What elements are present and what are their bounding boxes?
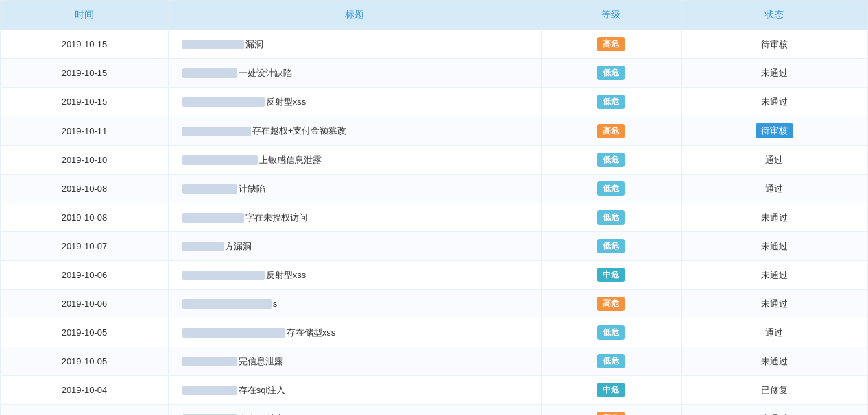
cell-title[interactable]: 完信息泄露 (168, 347, 541, 376)
cell-time: 2019-10-07 (1, 232, 169, 261)
cell-status: 未通过 (681, 347, 867, 376)
cell-time: 2019-10-05 (1, 347, 169, 376)
cell-status: 通过 (681, 146, 867, 175)
cell-title[interactable]: 一处设计缺陷 (168, 59, 541, 88)
title-suffix: 一处设计缺陷 (239, 68, 292, 78)
level-badge: 高危 (597, 37, 625, 51)
title-suffix: 计缺陷 (239, 184, 265, 194)
table-row: 2019-10-08计缺陷低危通过 (1, 175, 868, 203)
cell-title[interactable]: 存在储型xss (168, 318, 541, 347)
header-status: 状态 (681, 1, 867, 30)
level-badge: 低危 (597, 181, 625, 196)
cell-time: 2019-10-06 (1, 261, 169, 290)
cell-title[interactable]: 漏洞 (168, 30, 541, 59)
status-text: 未通过 (761, 241, 788, 251)
cell-level: 低危 (541, 232, 681, 261)
cell-title[interactable]: s (168, 290, 541, 318)
level-badge: 低危 (597, 354, 625, 368)
title-suffix: 漏洞 (245, 39, 263, 49)
cell-title[interactable]: 方漏洞 (168, 232, 541, 261)
level-badge: 高危 (597, 124, 625, 138)
cell-status: 通过 (681, 318, 867, 347)
cell-level: 低危 (541, 318, 681, 347)
cell-level: 中危 (541, 261, 681, 290)
main-table-container: 时间 标题 等级 状态 2019-10-15漏洞高危待审核2019-10-15一… (0, 0, 868, 415)
level-badge: 中危 (597, 383, 625, 397)
cell-title[interactable]: 存在sql注入 (168, 405, 541, 416)
redacted-text (182, 127, 251, 136)
title-suffix: 存在越权+支付金额篡改 (252, 125, 347, 136)
table-row: 2019-10-15漏洞高危待审核 (1, 30, 868, 59)
table-row: 2019-10-06s高危未通过 (1, 290, 868, 318)
status-text: 未通过 (761, 212, 788, 223)
cell-level: 高危 (541, 290, 681, 318)
cell-status: 未通过 (681, 290, 867, 318)
redacted-text (182, 155, 258, 165)
level-badge: 低危 (597, 325, 625, 340)
level-badge: 低危 (597, 239, 625, 253)
table-row: 2019-10-05完信息泄露低危未通过 (1, 347, 868, 376)
cell-time: 2019-10-04 (1, 405, 169, 416)
table-row: 2019-10-05存在储型xss低危通过 (1, 318, 868, 347)
cell-title[interactable]: 存在越权+支付金额篡改 (168, 116, 541, 146)
cell-title[interactable]: 反射型xss (168, 88, 541, 116)
cell-time: 2019-10-08 (1, 203, 169, 232)
cell-title[interactable]: 存在sql注入 (168, 376, 541, 405)
table-row: 2019-10-15反射型xss低危未通过 (1, 88, 868, 116)
redacted-text (182, 299, 272, 309)
status-text: 未通过 (761, 68, 788, 78)
table-header-row: 时间 标题 等级 状态 (1, 1, 868, 30)
cell-level: 高危 (541, 30, 681, 59)
cell-level: 低危 (541, 59, 681, 88)
redacted-text (182, 386, 237, 395)
cell-level: 低危 (541, 146, 681, 175)
cell-time: 2019-10-15 (1, 30, 169, 59)
table-row: 2019-10-04存在sql注入中危已修复 (1, 376, 868, 405)
redacted-text (182, 213, 244, 223)
status-badge: 待审核 (756, 123, 793, 138)
cell-status: 未通过 (681, 59, 867, 88)
title-suffix: 存在sql注入 (239, 385, 286, 395)
table-row: 2019-10-08字在未授权访问低危未通过 (1, 203, 868, 232)
cell-status: 未通过 (681, 203, 867, 232)
status-text: 通过 (765, 327, 783, 338)
redacted-text (182, 68, 237, 78)
title-suffix: 字在未授权访问 (245, 212, 308, 223)
level-badge: 低危 (597, 95, 625, 109)
cell-level: 高危 (541, 116, 681, 146)
level-badge: 低危 (597, 210, 625, 225)
level-badge: 低危 (597, 66, 625, 80)
cell-level: 高危 (541, 405, 681, 416)
redacted-text (182, 357, 237, 366)
title-suffix: 方漏洞 (225, 241, 252, 251)
status-text: 未通过 (761, 356, 788, 366)
status-text: 未通过 (761, 270, 788, 280)
cell-title[interactable]: 计缺陷 (168, 175, 541, 203)
status-text: 未通过 (761, 299, 788, 309)
cell-title[interactable]: 上敏感信息泄露 (168, 146, 541, 175)
cell-time: 2019-10-04 (1, 376, 169, 405)
level-badge: 中危 (597, 268, 625, 282)
header-level: 等级 (541, 1, 681, 30)
cell-title[interactable]: 反射型xss (168, 261, 541, 290)
cell-time: 2019-10-15 (1, 59, 169, 88)
cell-title[interactable]: 字在未授权访问 (168, 203, 541, 232)
table-row: 2019-10-11存在越权+支付金额篡改高危待审核 (1, 116, 868, 146)
cell-time: 2019-10-06 (1, 290, 169, 318)
cell-level: 低危 (541, 175, 681, 203)
table-row: 2019-10-15一处设计缺陷低危未通过 (1, 59, 868, 88)
cell-status: 通过 (681, 175, 867, 203)
level-badge: 高危 (597, 297, 625, 311)
redacted-text (182, 184, 237, 194)
table-row: 2019-10-10上敏感信息泄露低危通过 (1, 146, 868, 175)
status-text: 未通过 (761, 97, 788, 107)
title-suffix: 反射型xss (266, 270, 306, 280)
vulnerability-table: 时间 标题 等级 状态 2019-10-15漏洞高危待审核2019-10-15一… (0, 0, 868, 415)
title-suffix: 存在储型xss (287, 327, 336, 338)
redacted-text (182, 40, 244, 49)
cell-status: 未通过 (681, 405, 867, 416)
cell-status: 未通过 (681, 261, 867, 290)
cell-time: 2019-10-08 (1, 175, 169, 203)
header-time: 时间 (1, 1, 169, 30)
cell-time: 2019-10-10 (1, 146, 169, 175)
